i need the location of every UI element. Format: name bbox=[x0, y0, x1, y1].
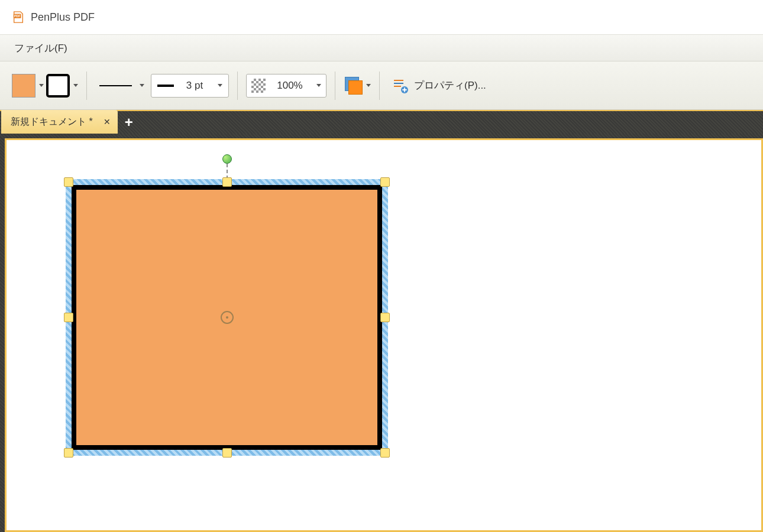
rotate-handle[interactable] bbox=[222, 154, 232, 164]
title-bar: PDF PenPlus PDF bbox=[0, 0, 763, 34]
layer-icon bbox=[344, 76, 364, 96]
properties-button[interactable]: プロパティ(P)... bbox=[388, 74, 490, 97]
fill-color-group bbox=[12, 74, 78, 98]
opacity-checker-icon bbox=[251, 79, 266, 93]
toolbar-separator bbox=[86, 72, 87, 100]
center-mark-icon bbox=[221, 311, 234, 324]
canvas-frame bbox=[5, 138, 763, 532]
resize-handle-se[interactable] bbox=[380, 448, 390, 458]
resize-handle-s[interactable] bbox=[222, 448, 232, 458]
menu-file[interactable]: ファイル(F) bbox=[9, 38, 72, 59]
resize-handle-w[interactable] bbox=[64, 313, 73, 322]
chevron-down-icon bbox=[73, 84, 78, 87]
line-thick-icon bbox=[157, 85, 174, 87]
opacity-combo[interactable]: 100% bbox=[246, 74, 326, 98]
svg-text:PDF: PDF bbox=[14, 14, 21, 18]
chevron-down-icon bbox=[140, 84, 144, 87]
resize-handle-sw[interactable] bbox=[64, 448, 73, 458]
line-weight-value: 3 pt bbox=[186, 80, 203, 92]
resize-handle-n[interactable] bbox=[222, 177, 232, 187]
line-sample-icon bbox=[99, 85, 132, 86]
selected-shape[interactable] bbox=[66, 179, 388, 456]
app-title: PenPlus PDF bbox=[31, 11, 95, 24]
opacity-value: 100% bbox=[277, 80, 302, 92]
line-group: 3 pt bbox=[95, 74, 229, 98]
fill-swatch-icon bbox=[12, 74, 35, 98]
tab-bar: 新規ドキュメント * ✕ + bbox=[0, 110, 763, 134]
line-style-button[interactable] bbox=[95, 74, 148, 98]
menu-bar: ファイル(F) bbox=[0, 34, 763, 61]
rectangle-shape[interactable] bbox=[72, 185, 382, 450]
toolbar-separator bbox=[379, 72, 380, 100]
resize-handle-e[interactable] bbox=[380, 313, 390, 322]
chevron-down-icon bbox=[366, 84, 371, 87]
chevron-down-icon bbox=[316, 84, 321, 87]
line-weight-combo[interactable]: 3 pt bbox=[151, 74, 229, 98]
resize-handle-ne[interactable] bbox=[380, 177, 390, 187]
toolbar: 3 pt 100% プロパティ(P)... bbox=[0, 61, 763, 110]
tab-active-document[interactable]: 新規ドキュメント * ✕ bbox=[1, 110, 118, 134]
properties-icon bbox=[392, 77, 409, 95]
fill-color-button[interactable] bbox=[12, 74, 44, 98]
resize-handle-nw[interactable] bbox=[64, 177, 73, 187]
arrange-button[interactable] bbox=[344, 76, 371, 96]
toolbar-separator bbox=[237, 72, 238, 100]
outline-swatch-icon bbox=[46, 74, 70, 98]
canvas[interactable] bbox=[7, 140, 761, 530]
toolbar-separator bbox=[335, 72, 335, 100]
chevron-down-icon bbox=[39, 84, 44, 87]
tab-label: 新規ドキュメント * bbox=[11, 116, 93, 128]
outline-style-button[interactable] bbox=[46, 74, 78, 98]
close-icon[interactable]: ✕ bbox=[104, 117, 111, 126]
properties-label: プロパティ(P)... bbox=[414, 79, 486, 92]
svg-point-6 bbox=[403, 89, 406, 91]
app-pdf-icon: PDF bbox=[12, 11, 25, 24]
new-tab-button[interactable]: + bbox=[118, 111, 140, 134]
plus-icon: + bbox=[125, 114, 133, 131]
chevron-down-icon bbox=[218, 84, 222, 87]
canvas-area bbox=[0, 134, 763, 532]
